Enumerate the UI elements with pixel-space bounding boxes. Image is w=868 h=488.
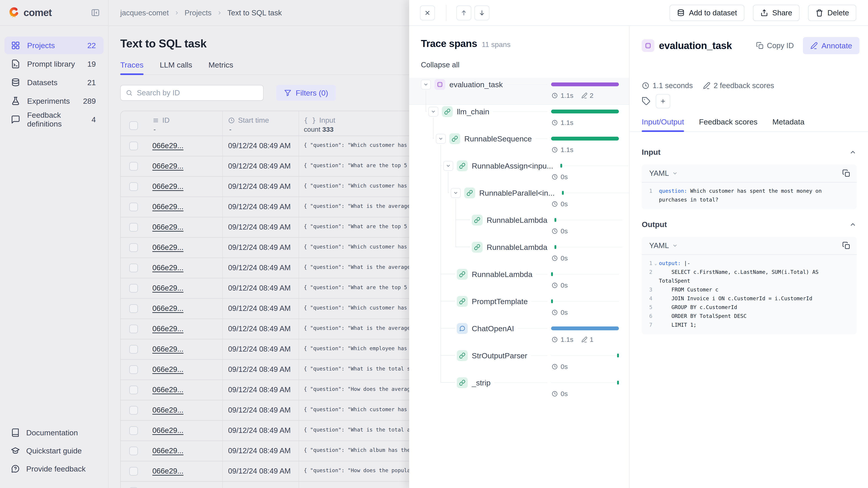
tree-connector — [433, 118, 434, 138]
span-row-llm_chain[interactable]: llm_chain 1.1s — [409, 105, 629, 132]
footer-link-quickstart-guide[interactable]: Quickstart guide — [4, 442, 104, 459]
chevron-up-icon — [849, 149, 857, 156]
add-tag-button[interactable] — [656, 94, 670, 108]
detail-tab-metadata[interactable]: Metadata — [772, 116, 804, 131]
sidebar-item-prompt-library[interactable]: Prompt library 19 — [4, 55, 103, 73]
collapse-input-button[interactable] — [849, 149, 857, 156]
row-checkbox[interactable] — [129, 203, 138, 211]
search-box[interactable] — [120, 85, 264, 101]
span-row-stroutputparser[interactable]: StrOutputParser 0s — [409, 349, 629, 376]
expand-chevron-button[interactable] — [436, 134, 446, 144]
footer-link-provide-feedback[interactable]: Provide feedback — [4, 460, 104, 477]
row-checkbox[interactable] — [129, 284, 138, 293]
row-checkbox[interactable] — [129, 406, 138, 415]
comet-logo[interactable]: comet — [8, 7, 52, 19]
column-header-id[interactable]: ID — [152, 116, 169, 125]
sidebar-item-datasets[interactable]: Datasets 21 — [4, 74, 103, 91]
span-row-runnablelambda[interactable]: RunnableLambda 0s — [409, 267, 629, 295]
collapse-all-link[interactable]: Collapse all — [421, 61, 460, 69]
trace-id-link[interactable]: 066e29... — [152, 324, 184, 333]
span-row-runnableparallelin[interactable]: RunnableParallel<in... 0s — [409, 186, 629, 213]
fold-caret-icon[interactable]: ⌄ — [654, 259, 657, 268]
output-format-dropdown[interactable]: YAML — [649, 241, 678, 250]
column-header-input[interactable]: { } Input — [304, 116, 335, 125]
sidebar-nav: Projects 22 Prompt library 19 Datasets 2… — [0, 26, 108, 128]
comment-icon — [11, 115, 20, 124]
trace-id-link[interactable]: 066e29... — [152, 406, 184, 414]
trace-id-link[interactable]: 066e29... — [152, 243, 184, 252]
footer-link-documentation[interactable]: Documentation — [4, 424, 104, 441]
select-all-checkbox[interactable] — [129, 121, 138, 130]
trace-id-link[interactable]: 066e29... — [152, 487, 184, 488]
trace-id-link[interactable]: 066e29... — [152, 162, 184, 170]
trace-id-link[interactable]: 066e29... — [152, 447, 184, 455]
expand-chevron-button[interactable] — [451, 188, 461, 198]
breadcrumb-item[interactable]: jacques-comet — [120, 8, 169, 17]
row-checkbox[interactable] — [129, 304, 138, 313]
trace-id-link[interactable]: 066e29... — [152, 426, 184, 435]
trace-id-link[interactable]: 066e29... — [152, 365, 184, 374]
span-row-runnableassigninpu[interactable]: RunnableAssign<inpu... 0s — [409, 159, 629, 186]
row-checkbox[interactable] — [129, 345, 138, 354]
sidebar-item-feedback-definitions[interactable]: Feedback definitions 4 — [4, 111, 103, 128]
expand-chevron-button[interactable] — [443, 161, 453, 171]
copy-id-button[interactable]: Copy ID — [756, 41, 794, 50]
row-checkbox[interactable] — [129, 182, 138, 191]
search-input[interactable] — [137, 89, 258, 97]
row-checkbox[interactable] — [129, 162, 138, 170]
prev-trace-button[interactable] — [456, 5, 471, 20]
row-checkbox[interactable] — [129, 223, 138, 232]
row-checkbox[interactable] — [129, 142, 138, 150]
tab-llm-calls[interactable]: LLM calls — [160, 61, 192, 74]
close-button[interactable] — [420, 5, 435, 20]
input-format-dropdown[interactable]: YAML — [649, 169, 678, 177]
delete-button[interactable]: Delete — [808, 5, 856, 21]
span-row-prompttemplate[interactable]: PromptTemplate 0s — [409, 295, 629, 322]
span-row-evaluation_task[interactable]: evaluation_task 1.1s2 — [409, 78, 629, 105]
expand-chevron-button[interactable] — [421, 79, 431, 90]
sidebar-collapse-icon[interactable] — [91, 8, 100, 17]
span-row-chatopenai[interactable]: ChatOpenAI 1.1s1 — [409, 322, 629, 349]
trace-id-link[interactable]: 066e29... — [152, 263, 184, 272]
row-checkbox[interactable] — [129, 447, 138, 455]
filters-button[interactable]: Filters (0) — [276, 85, 336, 101]
row-checkbox[interactable] — [129, 386, 138, 394]
next-trace-button[interactable] — [474, 5, 489, 20]
span-row-runnablelambda[interactable]: RunnableLambda 0s — [409, 240, 629, 267]
trace-id-link[interactable]: 066e29... — [152, 345, 184, 353]
expand-chevron-button[interactable] — [428, 107, 438, 117]
span-row-_strip[interactable]: _strip 0s — [409, 376, 629, 403]
detail-tab-feedback-scores[interactable]: Feedback scores — [699, 116, 757, 131]
span-row-runnablesequence[interactable]: RunnableSequence 1.1s — [409, 132, 629, 159]
annotate-button[interactable]: Annotate — [803, 37, 860, 54]
detail-tab-input-output[interactable]: Input/Output — [642, 116, 684, 131]
trace-id-link[interactable]: 066e29... — [152, 385, 184, 394]
trace-id-link[interactable]: 066e29... — [152, 223, 184, 231]
add-to-dataset-button[interactable]: Add to dataset — [670, 5, 744, 21]
span-row-runnablelambda[interactable]: RunnableLambda 0s — [409, 213, 629, 240]
code-line: 3 FROM Customer c — [642, 285, 851, 294]
row-checkbox[interactable] — [129, 264, 138, 272]
column-header-start-time[interactable]: Start time — [228, 116, 269, 125]
row-checkbox[interactable] — [129, 243, 138, 252]
trace-id-link[interactable]: 066e29... — [152, 304, 184, 313]
row-checkbox[interactable] — [129, 426, 138, 435]
row-checkbox[interactable] — [129, 467, 138, 476]
trace-id-link[interactable]: 066e29... — [152, 141, 184, 150]
sidebar-item-experiments[interactable]: Experiments 289 — [4, 92, 103, 110]
tab-metrics[interactable]: Metrics — [209, 61, 233, 74]
start-time-cell: 09/12/24 08:49 AM — [228, 467, 291, 475]
collapse-output-button[interactable] — [849, 221, 857, 228]
copy-input-button[interactable] — [842, 169, 850, 177]
trace-id-link[interactable]: 066e29... — [152, 467, 184, 475]
trace-id-link[interactable]: 066e29... — [152, 182, 184, 191]
breadcrumb-item[interactable]: Projects — [185, 8, 212, 17]
share-button[interactable]: Share — [753, 5, 800, 21]
sidebar-item-projects[interactable]: Projects 22 — [4, 37, 103, 54]
trace-id-link[interactable]: 066e29... — [152, 284, 184, 292]
row-checkbox[interactable] — [129, 365, 138, 374]
copy-output-button[interactable] — [842, 241, 850, 250]
row-checkbox[interactable] — [129, 325, 138, 333]
tab-traces[interactable]: Traces — [120, 61, 144, 74]
trace-id-link[interactable]: 066e29... — [152, 202, 184, 211]
